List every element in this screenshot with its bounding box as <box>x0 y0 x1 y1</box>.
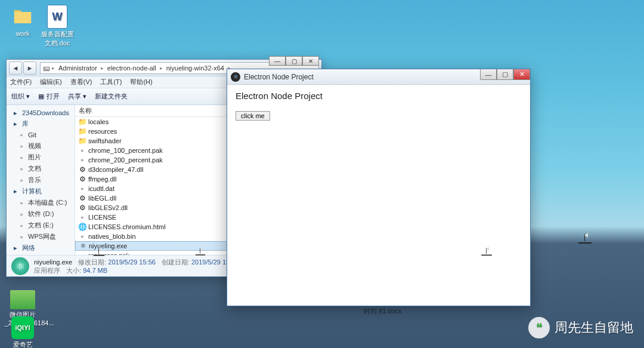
minimize-button[interactable]: — <box>269 56 286 66</box>
sidebar-item[interactable]: ▫WPS网盘 <box>7 231 75 242</box>
app-maximize-button[interactable]: ▢ <box>497 69 513 80</box>
app-body: Electron Node Project click me <box>227 85 530 306</box>
file-type-icon: ▫ <box>78 213 87 221</box>
app-title: Electron Node Project <box>244 73 314 81</box>
word-doc-icon: W <box>47 5 67 29</box>
item-icon: ▫ <box>17 233 26 241</box>
menu-tools[interactable]: 工具(T) <box>100 78 122 87</box>
app-close-button[interactable]: ✕ <box>513 69 530 80</box>
sidebar-item-label: 文档 (E:) <box>28 221 54 230</box>
close-button[interactable]: ✕ <box>302 56 319 66</box>
menu-help[interactable]: 帮助(H) <box>130 78 152 87</box>
sidebar-item-label: WPS网盘 <box>28 232 56 241</box>
sidebar: ▸2345Downloads▸库▫Git▫视频▫图片▫文档▫音乐▸计算机▫本地磁… <box>7 105 75 255</box>
electron-icon: ⚛ <box>11 257 29 275</box>
sidebar-item[interactable]: ▫图片 <box>7 152 75 163</box>
decorative-boat <box>94 247 105 255</box>
file-type-icon: ⚙ <box>78 204 87 212</box>
sidebar-group-label: 2345Downloads <box>22 109 69 116</box>
item-icon: ▫ <box>17 142 26 150</box>
desktop-icon-label: work <box>5 30 41 37</box>
file-type-icon: ▫ <box>78 184 87 193</box>
sidebar-item-label: 文档 <box>28 164 41 173</box>
sidebar-item[interactable]: ▫软件 (D:) <box>7 208 75 220</box>
folder-icon <box>11 5 35 29</box>
window-controls: — ▢ ✕ <box>269 56 319 66</box>
toolbar-open[interactable]: ▦ 打开 <box>38 92 60 101</box>
watermark-text: 周先生自留地 <box>555 319 633 337</box>
menu-view[interactable]: 查看(V) <box>70 78 92 87</box>
maximize-button[interactable]: ▢ <box>286 56 302 66</box>
desktop-icon-doc[interactable]: W 服务器配置文档.doc <box>39 5 75 48</box>
nav-back-button[interactable]: ◄ <box>9 61 22 75</box>
sidebar-item[interactable]: ▫本地磁盘 (C:) <box>7 197 75 208</box>
item-icon: ▫ <box>17 153 26 162</box>
item-icon: ▫ <box>17 221 26 230</box>
item-icon: ▫ <box>17 199 26 207</box>
menu-file[interactable]: 文件(F) <box>10 78 32 87</box>
status-name: niyueling.exe <box>34 258 72 266</box>
sidebar-item[interactable]: ▫视频 <box>7 140 75 152</box>
sidebar-group-label: 计算机 <box>22 187 42 196</box>
file-type-icon: 🌐 <box>78 223 87 231</box>
desktop-icon-iqiyi[interactable]: iQIYI 爱奇艺 <box>5 316 41 348</box>
breadcrumb-item[interactable]: niyueling-win32-x64 <box>165 64 225 72</box>
file-type-icon: ▫ <box>78 156 87 164</box>
breadcrumb-item[interactable]: electron-node-all <box>106 64 157 72</box>
item-icon: ▫ <box>17 165 26 173</box>
file-type-icon: ▫ <box>78 232 87 241</box>
desktop-icon-label: 爱奇艺 <box>5 340 41 348</box>
app-icon: ⚛ <box>231 72 240 82</box>
drive-icon: 🖴 <box>43 64 49 72</box>
group-icon: ▸ <box>11 187 20 196</box>
decorative-boat <box>196 247 206 255</box>
click-me-button[interactable]: click me <box>236 111 270 121</box>
desktop-icon-label: 服务器配置文档.doc <box>39 30 75 48</box>
toolbar-organize[interactable]: 组织 ▾ <box>11 92 30 101</box>
toolbar-newfolder[interactable]: 新建文件夹 <box>95 92 128 101</box>
group-icon: ▸ <box>11 109 20 117</box>
nav-buttons: ◄ ► <box>9 61 36 75</box>
file-type-icon: ⚛ <box>78 242 88 250</box>
sidebar-item-label: 图片 <box>28 153 41 162</box>
sidebar-item[interactable]: ▫文档 <box>7 163 75 174</box>
sidebar-item[interactable]: ▫文档 (E:) <box>7 220 75 231</box>
desktop-icon-work[interactable]: work <box>5 5 41 37</box>
sidebar-item-label: 本地磁盘 (C:) <box>28 198 67 207</box>
sidebar-group-label: 网络 <box>22 244 35 252</box>
breadcrumb-item[interactable]: Administrator <box>57 64 98 72</box>
sidebar-item-label: 视频 <box>28 141 41 150</box>
file-type-icon: 📁 <box>78 127 87 135</box>
file-type-icon: ⚙ <box>78 165 87 174</box>
item-icon: ▫ <box>17 176 26 184</box>
item-icon: ▫ <box>17 131 26 139</box>
app-minimize-button[interactable]: — <box>480 69 497 80</box>
watermark: ❝ 周先生自留地 <box>528 317 633 338</box>
app-heading: Electron Node Project <box>236 91 522 101</box>
sidebar-group[interactable]: ▸库 <box>7 118 75 130</box>
sidebar-item-label: 软件 (D:) <box>28 210 54 218</box>
file-type-icon: ⚙ <box>78 194 87 202</box>
status-type: 应用程序 <box>34 266 60 275</box>
decorative-boat <box>481 247 492 255</box>
sidebar-group[interactable]: ▸2345Downloads <box>7 107 75 118</box>
iqiyi-icon: iQIYI <box>11 316 34 339</box>
menu-edit[interactable]: 编辑(E) <box>40 78 62 87</box>
electron-app-window: ⚛ Electron Node Project — ▢ ✕ Electron N… <box>227 69 531 306</box>
file-type-icon: 📁 <box>78 137 87 145</box>
sidebar-item-label: 音乐 <box>28 175 41 184</box>
status-size: 94.7 MB <box>83 267 107 274</box>
toolbar-share[interactable]: 共享 ▾ <box>68 92 86 101</box>
item-icon: ▫ <box>17 210 26 218</box>
sidebar-item[interactable]: ▫音乐 <box>7 174 75 186</box>
app-titlebar: ⚛ Electron Node Project — ▢ ✕ <box>227 69 530 85</box>
sidebar-group[interactable]: ▸网络 <box>7 242 75 254</box>
file-type-icon: ▫ <box>78 146 87 155</box>
wechat-icon: ❝ <box>528 317 550 338</box>
sidebar-group[interactable]: ▸计算机 <box>7 186 75 197</box>
group-icon: ▸ <box>11 244 20 252</box>
sidebar-item[interactable]: ▫Git <box>7 130 75 140</box>
decorative-boat <box>578 233 592 244</box>
nav-fwd-button[interactable]: ► <box>23 61 36 75</box>
image-icon <box>10 290 35 309</box>
